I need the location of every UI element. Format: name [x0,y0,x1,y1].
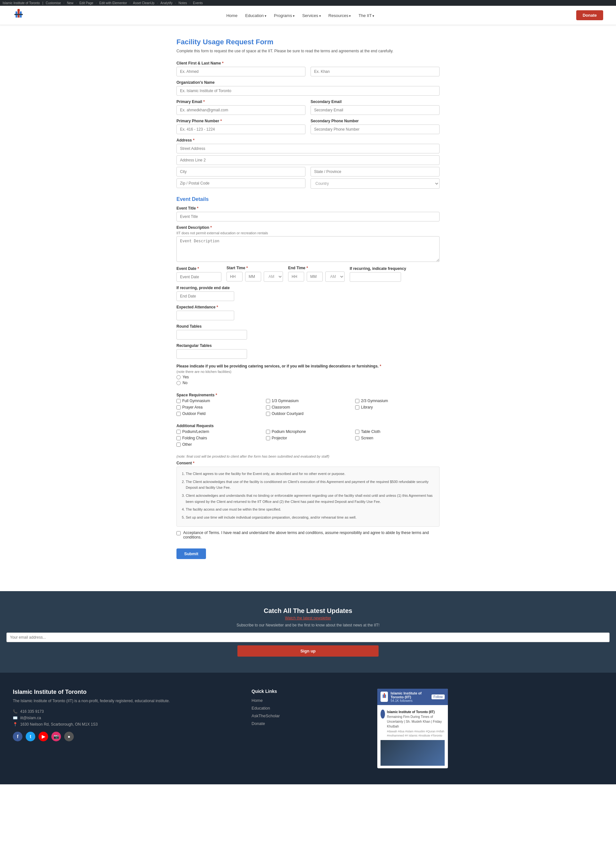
additional-folding-chairs[interactable]: Folding Chairs [176,436,261,440]
end-ampm-select[interactable]: AM PM [325,272,344,282]
catering-yes-option[interactable]: Yes [176,375,440,379]
additional-projector-checkbox[interactable] [266,436,270,440]
space-outdoor-field-checkbox[interactable] [176,412,181,416]
footer-social-links: f t ▶ 📷 ● [13,732,239,741]
additional-screen[interactable]: Screen [355,436,440,440]
country-select[interactable]: Country Canada United States Other [311,178,440,189]
consent-accept-checkbox[interactable] [176,531,181,535]
additional-podium-lectern-checkbox[interactable] [176,430,181,434]
nav-home[interactable]: Home [226,13,237,18]
event-date-input[interactable] [176,272,222,282]
additional-other[interactable]: Other [176,442,261,447]
recurring-end-date-input[interactable] [176,291,234,301]
nav-programs[interactable]: Programs [274,13,294,18]
label-recurring-freq: If recurring, indicate frequency [350,266,406,271]
org-name-input[interactable] [176,86,440,96]
admin-edit-page[interactable]: Edit Page [79,1,93,5]
space-classroom-checkbox[interactable] [266,405,270,409]
street-address-input[interactable] [176,144,440,153]
consent-item-4: The facility access and use must be with… [186,507,435,513]
recurring-freq-input[interactable] [350,272,401,282]
nav-services[interactable]: Services [302,13,321,18]
footer-link-education[interactable]: Education [251,705,365,711]
state-input[interactable] [311,167,440,176]
event-title-input[interactable] [176,212,440,222]
youtube-icon[interactable]: ▶ [39,732,48,741]
secondary-email-input[interactable] [311,105,440,115]
space-full-gymnasium-checkbox[interactable] [176,399,181,403]
space-full-gymnasium[interactable]: Full Gymnasium [176,399,261,403]
city-input[interactable] [176,167,305,176]
additional-other-checkbox[interactable] [176,442,181,447]
admin-notes[interactable]: Analytify [160,1,173,5]
attendance-input[interactable] [176,311,234,320]
newsletter-signup-button[interactable]: Sign up [237,645,379,657]
additional-folding-chairs-checkbox[interactable] [176,436,181,440]
space-2-3-gymnasium[interactable]: 2/3 Gymnasium [355,399,440,403]
main-nav: Home Education Programs Services Resourc… [0,6,616,25]
additional-projector[interactable]: Projector [266,436,350,440]
additional-podium-microphone-checkbox[interactable] [266,430,270,434]
newsletter-link[interactable]: Watch the latest newsletter [6,616,610,620]
space-library[interactable]: Library [355,405,440,409]
secondary-phone-input[interactable] [311,124,440,134]
end-hour-input[interactable] [288,272,304,282]
catering-yes-radio[interactable] [176,375,181,379]
donate-button[interactable]: Donate [576,10,603,20]
site-logo[interactable] [13,9,24,22]
rectangular-tables-input[interactable] [176,349,247,359]
label-secondary-phone: Secondary Phone Number [311,119,440,123]
footer-link-donate[interactable]: Donate [251,721,365,726]
footer-link-home[interactable]: Home [251,698,365,703]
consent-item-5: Set up and use time will include individ… [186,514,435,521]
primary-email-input[interactable] [176,105,305,115]
admin-asset-cleanup[interactable]: Asset CleanUp [133,1,155,5]
admin-forms[interactable]: Events [193,1,203,5]
space-1-3-gymnasium-checkbox[interactable] [266,399,270,403]
end-min-input[interactable] [307,272,323,282]
additional-table-cloth-checkbox[interactable] [355,430,359,434]
nav-education[interactable]: Education [245,13,266,18]
additional-podium-microphone[interactable]: Podium Microphone [266,429,350,434]
zip-input[interactable] [176,178,305,188]
space-outdoor-courtyard-checkbox[interactable] [266,412,270,416]
start-min-input[interactable] [245,272,261,282]
footer-link-askthescholar[interactable]: AskTheScholar [251,713,365,718]
admin-customise[interactable]: Customise [46,1,61,5]
space-1-3-gymnasium[interactable]: 1/3 Gymnasium [266,399,350,403]
event-desc-textarea[interactable] [176,236,440,262]
last-name-input[interactable] [311,67,440,76]
consent-accept-label[interactable]: Acceptance of Terms. I have read and und… [176,530,440,540]
round-tables-input[interactable] [176,330,247,340]
first-name-input[interactable] [176,67,305,76]
space-outdoor-courtyard[interactable]: Outdoor Courtyard [266,411,350,416]
nav-the-iit[interactable]: The IIT [358,13,374,18]
space-outdoor-field[interactable]: Outdoor Field [176,411,261,416]
start-ampm-select[interactable]: AM PM [264,272,283,282]
primary-phone-input[interactable] [176,124,305,134]
catering-no-radio[interactable] [176,381,181,385]
address-line2-input[interactable] [176,155,440,165]
space-classroom[interactable]: Classroom [266,405,350,409]
space-prayer-area[interactable]: Prayer Area [176,405,261,409]
label-space-requirements: Space Requirements * [176,393,440,397]
additional-screen-checkbox[interactable] [355,436,359,440]
submit-button[interactable]: Submit [176,549,206,559]
admin-new[interactable]: New [67,1,74,5]
additional-podium-lectern[interactable]: Podium/Lectern [176,429,261,434]
facebook-icon[interactable]: f [13,732,22,741]
twitter-icon[interactable]: t [26,732,35,741]
instagram-icon[interactable]: 📷 [51,732,61,741]
nav-resources[interactable]: Resources [328,13,351,18]
space-prayer-area-checkbox[interactable] [176,405,181,409]
admin-events[interactable]: Notes [179,1,187,5]
additional-table-cloth[interactable]: Table Cloth [355,429,440,434]
space-library-checkbox[interactable] [355,405,359,409]
space-2-3-gymnasium-checkbox[interactable] [355,399,359,403]
newsletter-email-input[interactable] [6,632,610,642]
admin-edit-elementor[interactable]: Edit with Elementor [99,1,127,5]
feed-follow-button[interactable]: Follow [432,694,445,699]
other-social-icon[interactable]: ● [64,732,74,741]
catering-no-option[interactable]: No [176,381,440,385]
start-hour-input[interactable] [226,272,242,282]
